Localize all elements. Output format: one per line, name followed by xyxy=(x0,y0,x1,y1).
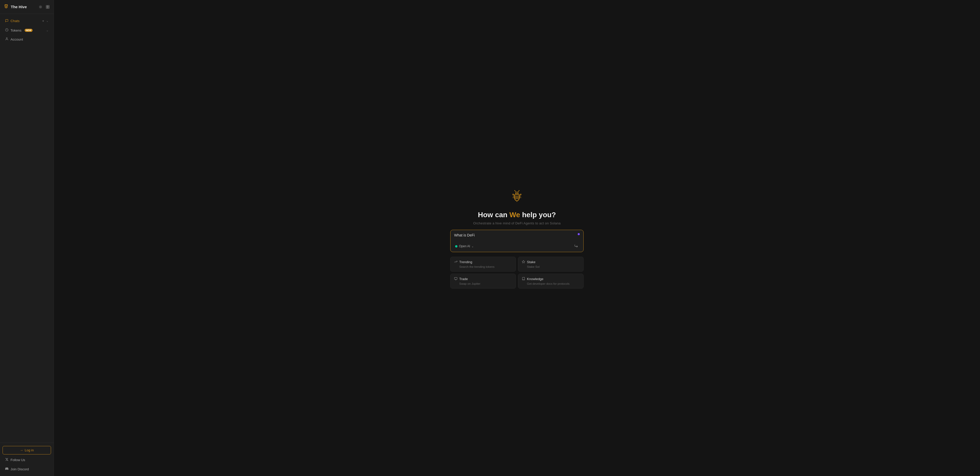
stake-desc: Stake Sol xyxy=(522,265,580,268)
discord-label: Join Discord xyxy=(11,467,29,471)
chats-label: Chats xyxy=(11,19,19,23)
action-cards: Trending Search the trending tokens Stak… xyxy=(450,257,584,289)
sidebar-item-account[interactable]: Account xyxy=(2,35,52,44)
tokens-label: Tokens xyxy=(11,29,22,32)
svg-point-27 xyxy=(514,190,515,191)
token-icon xyxy=(5,28,8,32)
model-selector-button[interactable]: Open AI ⌄ xyxy=(454,244,475,249)
sidebar-header: The Hive xyxy=(0,0,54,14)
main-subtitle: Orchestrate a hive mind of DeFi Agents t… xyxy=(473,221,561,225)
action-card-trending[interactable]: Trending Search the trending tokens xyxy=(450,257,516,272)
discord-icon xyxy=(5,467,8,471)
stake-title: Stake xyxy=(527,260,535,264)
svg-rect-16 xyxy=(48,5,49,7)
stake-icon xyxy=(522,260,525,264)
svg-line-13 xyxy=(39,8,40,8)
svg-line-14 xyxy=(41,6,42,6)
follow-us-link[interactable]: Follow Us xyxy=(3,456,51,464)
user-icon xyxy=(5,37,8,42)
model-name: Open AI xyxy=(459,244,470,248)
account-label: Account xyxy=(11,37,23,42)
action-card-trade[interactable]: Trade Swap on Jupiter xyxy=(450,274,516,289)
svg-line-26 xyxy=(515,191,516,192)
svg-rect-35 xyxy=(454,277,457,280)
svg-rect-15 xyxy=(46,5,48,7)
sidebar: The Hive xyxy=(0,0,54,476)
svg-line-10 xyxy=(41,8,42,8)
svg-line-28 xyxy=(518,191,519,192)
model-status-dot xyxy=(455,245,457,248)
trending-icon xyxy=(454,260,457,264)
svg-point-29 xyxy=(519,190,520,191)
svg-rect-18 xyxy=(48,7,49,8)
main-heading: How can We help you? xyxy=(478,211,556,219)
bee-logo xyxy=(509,187,525,205)
login-arrow-icon: → xyxy=(20,448,23,452)
header-actions xyxy=(38,5,50,9)
login-label: Log in xyxy=(25,448,33,452)
brand-icon xyxy=(3,3,9,10)
nav-section: Chats + ⌄ Tokens New ⌄ xyxy=(0,14,54,442)
typing-indicator xyxy=(578,233,580,235)
svg-line-9 xyxy=(39,6,40,6)
knowledge-desc: Get developer docs for protocols xyxy=(522,282,580,285)
chats-chevron-icon: ⌄ xyxy=(46,19,48,22)
action-card-stake[interactable]: Stake Stake Sol xyxy=(518,257,584,272)
trending-desc: Search the trending tokens xyxy=(454,265,512,268)
heading-highlight: We xyxy=(509,211,520,219)
sidebar-item-chats[interactable]: Chats + ⌄ xyxy=(2,16,52,26)
brand: The Hive xyxy=(3,3,27,10)
chat-input[interactable]: What is DeFi xyxy=(454,233,580,240)
svg-line-5 xyxy=(8,5,8,6)
sidebar-item-tokens[interactable]: Tokens New ⌄ xyxy=(2,26,52,35)
send-button[interactable] xyxy=(573,243,580,249)
svg-line-32 xyxy=(520,196,521,196)
svg-marker-34 xyxy=(522,260,525,263)
follow-us-label: Follow Us xyxy=(11,458,25,462)
theme-toggle-button[interactable] xyxy=(38,5,43,9)
trade-icon xyxy=(454,277,457,281)
input-footer: Open AI ⌄ xyxy=(454,243,580,249)
heading-suffix: help you? xyxy=(520,211,556,219)
svg-rect-17 xyxy=(46,7,48,8)
discord-link[interactable]: Join Discord xyxy=(3,465,51,473)
login-button[interactable]: → Log in xyxy=(3,446,51,454)
action-card-knowledge[interactable]: Knowledge Get developer docs for protoco… xyxy=(518,274,584,289)
brand-name: The Hive xyxy=(11,5,27,9)
svg-point-20 xyxy=(6,38,7,39)
center-panel: How can We help you? Orchestrate a hive … xyxy=(450,187,584,289)
chat-icon xyxy=(5,19,8,23)
trending-title: Trending xyxy=(459,260,472,264)
svg-point-0 xyxy=(5,5,8,8)
add-chat-button[interactable]: + xyxy=(41,19,45,23)
main-content: How can We help you? Orchestrate a hive … xyxy=(54,0,980,476)
knowledge-icon xyxy=(522,277,525,281)
tokens-chevron-icon: ⌄ xyxy=(46,29,48,32)
model-chevron-icon: ⌄ xyxy=(471,245,474,248)
sidebar-footer: → Log in Follow Us Join Discord xyxy=(0,442,54,476)
svg-line-4 xyxy=(4,5,5,6)
knowledge-title: Knowledge xyxy=(527,277,543,281)
x-icon xyxy=(5,458,8,462)
svg-point-6 xyxy=(40,6,41,8)
tokens-badge: New xyxy=(25,29,33,32)
chat-input-container: What is DeFi Open AI ⌄ xyxy=(450,230,584,252)
heading-prefix: How can xyxy=(478,211,509,219)
layout-toggle-button[interactable] xyxy=(45,5,50,9)
svg-line-30 xyxy=(513,196,514,196)
trade-desc: Swap on Jupiter xyxy=(454,282,512,285)
trade-title: Trade xyxy=(459,277,468,281)
